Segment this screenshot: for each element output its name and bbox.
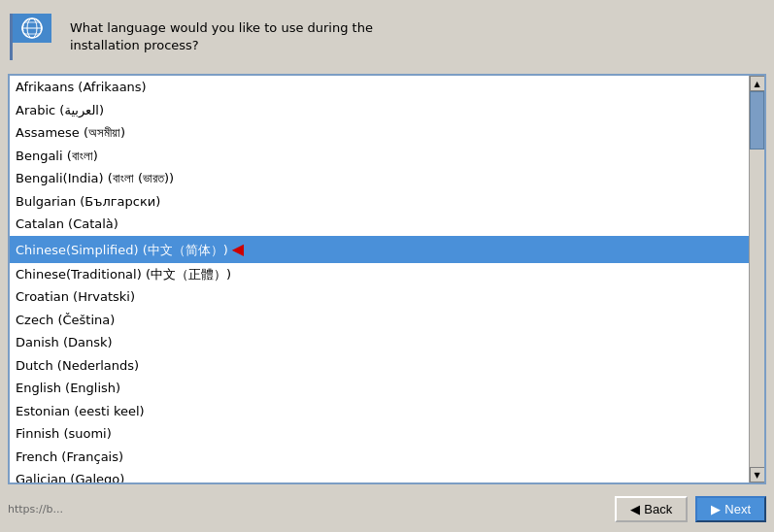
language-item[interactable]: Chinese(Traditional) (中文（正體）) xyxy=(10,263,749,286)
language-item[interactable]: Czech (Čeština) xyxy=(10,309,749,332)
language-item[interactable]: Dutch (Nederlands) xyxy=(10,354,749,378)
svg-rect-0 xyxy=(10,14,13,60)
next-button[interactable]: ▶ Next xyxy=(695,496,766,522)
scrollbar-thumb-area xyxy=(750,91,764,467)
language-item[interactable]: English (English) xyxy=(10,377,749,400)
footer-url: https://b... xyxy=(8,503,63,515)
language-item[interactable]: Croatian (Hrvatski) xyxy=(10,285,749,309)
scrollbar-track[interactable]: ▲ ▼ xyxy=(749,76,764,482)
language-item[interactable]: Arabic (العربية) xyxy=(10,99,749,122)
back-button[interactable]: ◀ Back xyxy=(615,496,688,522)
header-section: What language would you like to use duri… xyxy=(8,8,766,66)
language-item[interactable]: Bengali (বাংলা) xyxy=(10,145,749,168)
scroll-down-button[interactable]: ▼ xyxy=(750,467,765,482)
footer-section: https://b... ◀ Back ▶ Next xyxy=(8,492,766,524)
language-item[interactable]: Finnish (suomi) xyxy=(10,422,749,446)
back-icon: ◀ xyxy=(630,502,640,516)
language-list-container: Afrikaans (Afrikaans)Arabic (العربية)Ass… xyxy=(8,74,766,484)
scrollbar-thumb[interactable] xyxy=(750,91,764,150)
language-item[interactable]: Chinese(Simplified) (中文（简体）) ◀ xyxy=(10,236,749,263)
un-logo-icon xyxy=(8,12,58,62)
language-item[interactable]: Estonian (eesti keel) xyxy=(10,400,749,423)
back-label: Back xyxy=(644,502,672,516)
language-item[interactable]: Bengali(India) (বাংলা (ভারত)) xyxy=(10,167,749,190)
language-item[interactable]: Galician (Galego) xyxy=(10,468,749,482)
next-icon: ▶ xyxy=(711,502,721,516)
language-item[interactable]: Assamese (অসমীয়া) xyxy=(10,121,749,145)
next-label: Next xyxy=(724,502,751,516)
scroll-up-button[interactable]: ▲ xyxy=(750,76,765,91)
language-item[interactable]: Afrikaans (Afrikaans) xyxy=(10,76,749,99)
language-item[interactable]: Catalan (Català) xyxy=(10,213,749,236)
language-item[interactable]: Bulgarian (Български) xyxy=(10,190,749,214)
header-question: What language would you like to use duri… xyxy=(70,19,373,54)
main-container: What language would you like to use duri… xyxy=(0,0,774,532)
language-item[interactable]: French (Français) xyxy=(10,446,749,469)
selection-arrow-icon: ◀ xyxy=(232,238,244,261)
language-item[interactable]: Danish (Dansk) xyxy=(10,331,749,354)
language-list[interactable]: Afrikaans (Afrikaans)Arabic (العربية)Ass… xyxy=(10,76,749,482)
